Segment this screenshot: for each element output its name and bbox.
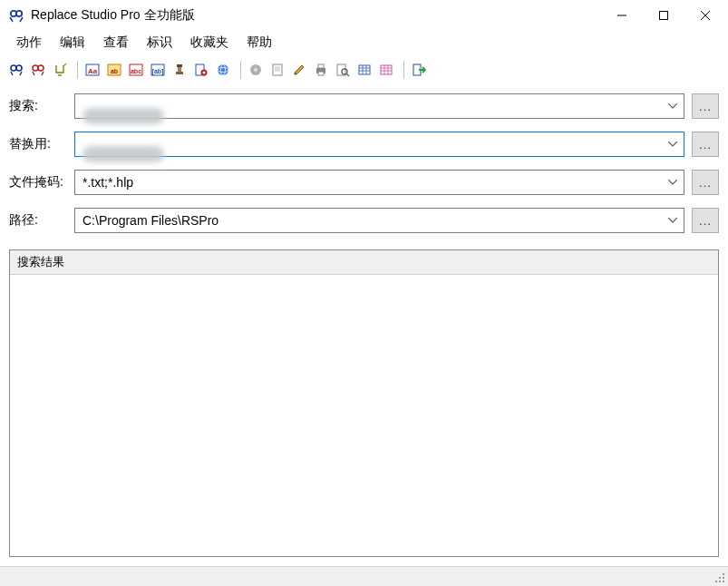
exit-icon[interactable] bbox=[409, 60, 429, 80]
menu-favorites[interactable]: 收藏夹 bbox=[181, 33, 238, 53]
window-controls bbox=[601, 2, 726, 29]
results-body[interactable] bbox=[10, 275, 718, 556]
chevron-down-icon[interactable] bbox=[662, 171, 684, 194]
grid-blue-icon[interactable] bbox=[354, 60, 374, 80]
multiline-icon[interactable]: [ab] bbox=[148, 60, 168, 80]
grid-pink-icon[interactable] bbox=[376, 60, 396, 80]
replace-icon[interactable] bbox=[28, 60, 48, 80]
mask-row: 文件掩码: ... bbox=[9, 170, 719, 195]
results-panel: 搜索结果 bbox=[9, 249, 719, 557]
svg-point-25 bbox=[254, 68, 257, 72]
edit-icon[interactable] bbox=[289, 60, 309, 80]
search-browse-button[interactable]: ... bbox=[692, 93, 719, 119]
svg-text:ab: ab bbox=[111, 68, 118, 74]
svg-rect-29 bbox=[318, 72, 324, 75]
mask-label: 文件掩码: bbox=[9, 174, 74, 190]
svg-rect-37 bbox=[723, 577, 724, 579]
regex-icon[interactable]: abc bbox=[126, 60, 146, 80]
mask-combo[interactable] bbox=[74, 170, 684, 195]
menubar: 动作 编辑 查看 标识 收藏夹 帮助 bbox=[0, 31, 728, 58]
case-icon[interactable]: Aa bbox=[83, 60, 102, 80]
svg-rect-26 bbox=[273, 64, 282, 75]
stamp-icon[interactable] bbox=[170, 60, 189, 80]
menu-edit[interactable]: 编辑 bbox=[51, 33, 94, 53]
svg-rect-40 bbox=[723, 573, 724, 575]
svg-text:[ab]: [ab] bbox=[152, 68, 164, 75]
path-browse-button[interactable]: ... bbox=[692, 208, 719, 233]
mask-browse-button[interactable]: ... bbox=[692, 170, 719, 195]
globe-icon[interactable] bbox=[213, 60, 233, 80]
results-header: 搜索结果 bbox=[10, 250, 718, 275]
maximize-button[interactable] bbox=[643, 2, 684, 29]
form-area: 搜索: ... 替换用: ... 文件掩码: ... 路径: ... bbox=[0, 84, 728, 249]
path-label: 路径: bbox=[9, 212, 74, 229]
print-icon[interactable] bbox=[311, 60, 331, 80]
svg-rect-17 bbox=[177, 64, 182, 67]
svg-rect-35 bbox=[723, 581, 724, 582]
chevron-down-icon[interactable] bbox=[662, 94, 684, 118]
svg-rect-33 bbox=[381, 65, 392, 74]
search-label: 搜索: bbox=[9, 98, 74, 114]
options-icon[interactable] bbox=[191, 60, 211, 80]
whole-word-icon[interactable]: ab bbox=[104, 60, 124, 80]
svg-point-3 bbox=[11, 65, 16, 71]
svg-point-6 bbox=[38, 65, 44, 71]
close-button[interactable] bbox=[684, 2, 726, 29]
preview-icon[interactable] bbox=[333, 60, 353, 80]
svg-text:Aa: Aa bbox=[88, 67, 98, 75]
toolbar-separator bbox=[73, 61, 78, 79]
menu-help[interactable]: 帮助 bbox=[238, 33, 281, 53]
path-input[interactable] bbox=[75, 213, 662, 228]
svg-point-21 bbox=[218, 64, 228, 75]
search-combo[interactable] bbox=[74, 93, 684, 119]
touch-icon[interactable] bbox=[50, 60, 70, 80]
replace-row: 替换用: ... bbox=[9, 132, 719, 157]
chevron-down-icon[interactable] bbox=[662, 132, 684, 156]
app-icon bbox=[9, 8, 24, 23]
svg-rect-15 bbox=[176, 72, 183, 74]
titlebar: Replace Studio Pro 全功能版 bbox=[0, 0, 728, 31]
resize-grip[interactable] bbox=[713, 571, 726, 584]
svg-rect-32 bbox=[359, 65, 370, 74]
mask-input[interactable] bbox=[75, 175, 662, 190]
menu-mark[interactable]: 标识 bbox=[138, 33, 181, 53]
toolbar-separator bbox=[399, 61, 404, 79]
replace-browse-button[interactable]: ... bbox=[692, 132, 719, 157]
menu-view[interactable]: 查看 bbox=[94, 33, 138, 53]
svg-text:abc: abc bbox=[131, 68, 141, 74]
page-icon[interactable] bbox=[267, 60, 287, 80]
disc-icon[interactable] bbox=[246, 60, 266, 80]
svg-rect-36 bbox=[719, 581, 721, 582]
svg-rect-2 bbox=[660, 12, 668, 20]
window-title: Replace Studio Pro 全功能版 bbox=[31, 7, 601, 24]
svg-point-20 bbox=[203, 72, 206, 74]
svg-point-5 bbox=[33, 65, 38, 71]
toolbar: Aa ab abc [ab] bbox=[0, 58, 728, 84]
statusbar bbox=[0, 566, 728, 586]
path-row: 路径: ... bbox=[9, 208, 719, 233]
search-row: 搜索: ... bbox=[9, 93, 719, 119]
chevron-down-icon[interactable] bbox=[662, 209, 684, 232]
svg-point-4 bbox=[16, 65, 22, 71]
replace-combo[interactable] bbox=[74, 132, 684, 157]
svg-rect-28 bbox=[318, 64, 324, 68]
menu-action[interactable]: 动作 bbox=[7, 33, 51, 53]
toolbar-separator bbox=[236, 61, 241, 79]
replace-label: 替换用: bbox=[9, 136, 74, 152]
minimize-button[interactable] bbox=[601, 2, 643, 29]
svg-rect-38 bbox=[715, 581, 717, 582]
path-combo[interactable] bbox=[74, 208, 684, 233]
svg-rect-30 bbox=[337, 64, 345, 75]
svg-rect-39 bbox=[719, 577, 721, 579]
search-icon[interactable] bbox=[6, 60, 26, 80]
